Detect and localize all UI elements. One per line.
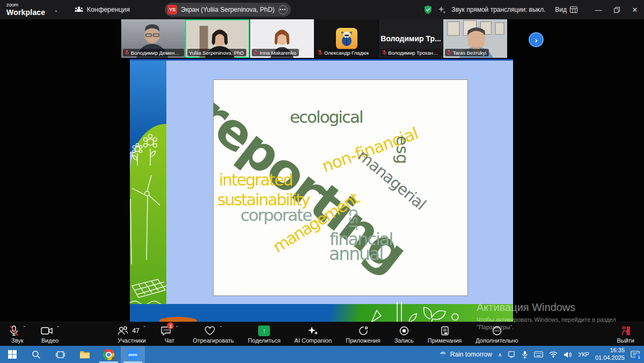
tab-screen-share[interactable]: YS Экран (Yuliia Serpeninova, PhD) ••• <box>165 3 291 17</box>
file-explorer-button[interactable] <box>72 346 97 363</box>
title-bar: zoom Workplace ⌄ Конференция YS Экран (Y… <box>0 0 644 19</box>
ai-companion-label: AI Companion <box>295 337 332 344</box>
more-button[interactable]: Дополнительно <box>475 324 518 344</box>
chat-label: Чат <box>165 337 174 344</box>
react-options-chevron[interactable]: ⌃ <box>219 325 223 330</box>
tab-conference[interactable]: Конференция <box>75 6 130 13</box>
record-button[interactable]: Запись <box>394 324 414 344</box>
notification-count-badge: 1 <box>635 354 642 361</box>
audio-options-chevron[interactable]: ⌃ <box>23 325 26 330</box>
tray-device-icon[interactable] <box>508 351 516 358</box>
toolbar-left-group: ⌃ Звук ⌃ Видео <box>9 324 60 344</box>
chevron-down-icon[interactable]: ⌄ <box>54 7 58 13</box>
more-ellipsis-icon <box>492 325 502 336</box>
participant-name: Володимир Троханов... <box>388 50 439 56</box>
chrome-taskbar-button[interactable] <box>97 346 121 363</box>
restore-button[interactable] <box>608 0 626 19</box>
muted-mic-icon <box>253 50 258 55</box>
participant-tile[interactable]: Володимир Дементов <box>121 19 185 58</box>
participant-name-tag: Володимир Троханов... <box>380 49 442 56</box>
record-icon <box>399 325 409 336</box>
screen-share-tab-label: Экран (Yuliia Serpeninova, PhD) <box>181 6 275 13</box>
notes-label: Примечания <box>428 337 462 344</box>
slide-ground-graphic <box>159 317 197 322</box>
notes-icon <box>440 325 450 336</box>
participants-options-chevron[interactable]: ⌃ <box>143 325 147 330</box>
time-text: 16:35 <box>595 347 625 354</box>
share-up-arrow-icon: ↑ <box>258 325 270 336</box>
logo-zoom-text: zoom <box>6 3 45 8</box>
ai-sparkle-icon <box>307 325 319 337</box>
cloud-word-esg: esg <box>394 136 410 164</box>
security-shield-icon[interactable] <box>423 5 433 14</box>
conference-tab-label: Конференция <box>87 6 130 13</box>
titlebar-right-cluster: Звук прямой трансляции: выкл. Вид — ✕ <box>423 0 644 19</box>
tab-options-icon[interactable]: ••• <box>279 5 288 14</box>
zoom-taskbar-button[interactable]: zoom <box>121 346 145 363</box>
muted-mic-icon <box>318 50 323 55</box>
windows-taskbar: zoom ☂ Rain tomorrow ∧ УКР 16:35 01.04.2… <box>0 346 644 363</box>
tray-volume-icon[interactable] <box>564 351 572 358</box>
more-label: Дополнительно <box>475 337 518 344</box>
participant-display-name: Володимир Тр... <box>380 34 441 43</box>
share-screen-button[interactable]: ↑ Поделиться <box>248 324 281 344</box>
action-center-button[interactable]: 1 <box>631 351 640 359</box>
next-participants-button[interactable]: › <box>529 32 544 47</box>
chat-options-chevron[interactable]: ⌃ <box>175 325 179 330</box>
ai-companion-button[interactable]: AI Companion <box>295 324 332 344</box>
close-button[interactable]: ✕ <box>626 0 644 19</box>
participant-name-tag: Володимир Дементов <box>123 49 184 56</box>
view-button[interactable]: Вид <box>555 6 577 13</box>
participant-tile[interactable]: Володимир Тр... Володимир Троханов... <box>378 19 443 58</box>
participant-tile[interactable]: Олександр Гладюк <box>314 19 378 58</box>
participant-name: Taras Bezrukyi <box>453 50 486 56</box>
video-options-chevron[interactable]: ⌃ <box>56 325 60 330</box>
tray-keyboard-icon[interactable] <box>534 351 543 358</box>
chat-button[interactable]: 1 ⌃ Чат <box>160 324 179 344</box>
cloud-word-csr: csr <box>347 209 362 230</box>
meeting-toolbar: ⌃ Звук ⌃ Видео 47 ⌃ Участники <box>0 322 644 346</box>
layout-grid-icon <box>570 6 577 13</box>
ai-sparkle-icon[interactable] <box>437 5 446 14</box>
tray-mic-icon[interactable] <box>522 351 528 359</box>
participant-tile[interactable]: Taras Bezrukyi <box>443 19 507 58</box>
system-tray: ☂ Rain tomorrow ∧ УКР 16:35 01.04.2025 1 <box>439 346 644 363</box>
record-label: Запись <box>394 337 414 344</box>
audio-button[interactable]: ⌃ Звук <box>9 324 26 344</box>
folder-icon <box>79 350 90 359</box>
participant-tile[interactable]: Inna Makarenko <box>250 19 314 58</box>
taskbar-search-button[interactable] <box>24 346 48 363</box>
minimize-button[interactable]: — <box>589 0 608 19</box>
participants-count: 47 <box>132 327 139 335</box>
weather-label: Rain tomorrow <box>450 351 492 358</box>
eco-doodles <box>130 61 166 322</box>
umbrella-icon: ☂ <box>439 350 446 359</box>
language-indicator[interactable]: УКР <box>578 351 589 358</box>
participant-name: Володимир Дементов <box>131 50 181 56</box>
tray-wifi-icon[interactable] <box>549 351 558 358</box>
initials-badge: YS <box>167 5 177 14</box>
notes-button[interactable]: Примечания <box>428 324 462 344</box>
zoom-app-icon: zoom <box>127 349 139 360</box>
weather-widget[interactable]: ☂ Rain tomorrow <box>439 350 492 359</box>
task-view-button[interactable] <box>48 346 72 363</box>
react-button[interactable]: ⌃ Отреагировать <box>193 324 234 344</box>
participant-tile-active-speaker[interactable]: Yuliia Serpeninova, PhD <box>185 19 250 58</box>
participant-name-tag: Олександр Гладюк <box>316 49 371 56</box>
beetle-logo-icon <box>340 31 354 47</box>
participant-name: Inna Makarenko <box>260 50 296 56</box>
muted-mic-icon <box>382 50 386 55</box>
video-button[interactable]: ⌃ Видео <box>40 324 60 344</box>
apps-button[interactable]: Приложения <box>346 324 380 344</box>
participants-button[interactable]: 47 ⌃ Участники <box>117 324 146 344</box>
hidden-icons-chevron[interactable]: ∧ <box>498 352 502 358</box>
participants-label: Участники <box>118 337 146 344</box>
cloud-word-integrated: integrated <box>219 172 292 188</box>
cloud-word-ecological: ecological <box>290 109 363 125</box>
zoom-workplace-logo: zoom Workplace <box>6 3 45 17</box>
start-button[interactable] <box>0 346 24 363</box>
view-label: Вид <box>555 6 567 13</box>
cloud-word-annual: annual <box>329 245 383 263</box>
taskbar-clock[interactable]: 16:35 01.04.2025 <box>595 347 625 362</box>
leave-meeting-button[interactable]: Выйти <box>617 324 634 344</box>
